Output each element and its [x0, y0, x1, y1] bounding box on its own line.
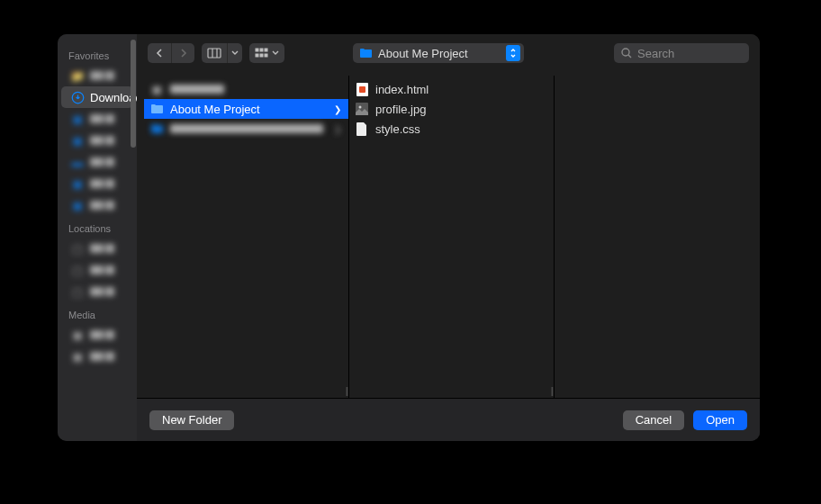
main-panel: About Me Project [137, 34, 760, 441]
list-item[interactable]: ▣ [144, 79, 348, 99]
sidebar-item-redacted[interactable]: ▢ [61, 238, 133, 259]
svg-point-12 [359, 106, 362, 109]
chevron-right-icon: ❯ [334, 124, 341, 134]
open-button[interactable]: Open [693, 410, 747, 430]
svg-rect-10 [359, 86, 365, 93]
list-item[interactable]: index.html [349, 79, 554, 99]
sidebar-item-redacted[interactable]: ▣ [61, 108, 133, 130]
sidebar-item-redacted[interactable]: ▢ [61, 259, 133, 281]
list-item[interactable]: style.css [349, 119, 554, 139]
media-icon: ▣ [70, 349, 85, 364]
svg-rect-5 [256, 54, 258, 57]
search-icon [621, 48, 632, 58]
drive-icon: ▢ [70, 284, 85, 299]
sidebar-item-redacted[interactable]: ▣ [61, 130, 133, 151]
toolbar: About Me Project [137, 34, 760, 72]
view-columns-button[interactable] [202, 43, 227, 63]
svg-rect-4 [265, 49, 267, 51]
column-3 [555, 76, 760, 398]
sidebar: Favorites 📁 Downloads ▣ ▣ [58, 34, 137, 441]
search-field[interactable] [614, 43, 749, 63]
folder-icon: ▣ [70, 133, 85, 148]
path-popup[interactable]: About Me Project [353, 43, 524, 63]
popup-arrows-icon [506, 45, 520, 61]
svg-rect-1 [208, 49, 221, 58]
svg-rect-7 [265, 54, 267, 57]
list-item[interactable]: profile.jpg [349, 99, 554, 119]
view-dropdown-button[interactable] [227, 43, 242, 63]
path-label: About Me Project [378, 47, 468, 60]
open-file-dialog: Favorites 📁 Downloads ▣ ▣ [58, 34, 760, 441]
folder-icon: ▣ [149, 82, 164, 96]
sidebar-item-redacted[interactable]: ▬ [61, 151, 133, 173]
downloads-icon [70, 90, 85, 104]
new-folder-button[interactable]: New Folder [149, 410, 234, 430]
column-resize-handle[interactable]: || [346, 386, 347, 396]
folder-icon: ▬ [70, 155, 85, 169]
svg-point-8 [622, 49, 629, 56]
media-icon: ▣ [70, 328, 85, 342]
folder-icon: ▣ [70, 112, 85, 126]
column-1: ▣ About Me Project ❯ [144, 76, 349, 398]
column-resize-handle[interactable]: || [551, 386, 552, 396]
column-browser: ▣ About Me Project ❯ [137, 72, 760, 398]
folder-icon [149, 122, 164, 136]
item-label: About Me Project [170, 103, 260, 116]
view-mode-buttons [202, 43, 242, 63]
sidebar-item-redacted[interactable]: ▢ [61, 281, 133, 302]
dialog-body: Favorites 📁 Downloads ▣ ▣ [58, 34, 760, 441]
folder-icon: 📁 [70, 68, 85, 83]
folder-icon [149, 102, 164, 116]
dialog-footer: New Folder Cancel Open [137, 398, 760, 441]
image-file-icon [355, 102, 369, 116]
column-2: index.html profile.jpg style.css [349, 76, 555, 398]
sidebar-item-redacted[interactable]: ▣ [61, 346, 133, 367]
item-label: profile.jpg [375, 103, 426, 116]
list-item[interactable]: ❯ [144, 119, 348, 139]
sidebar-item-redacted[interactable]: 📁 [61, 65, 133, 86]
sidebar-item-redacted[interactable]: ▣ [61, 194, 133, 216]
folder-icon: ▣ [70, 198, 85, 212]
sidebar-item-redacted[interactable]: ▣ [61, 324, 133, 346]
svg-rect-2 [256, 49, 258, 51]
nav-buttons [148, 43, 194, 63]
svg-rect-3 [260, 49, 263, 51]
chevron-right-icon: ❯ [334, 104, 341, 114]
svg-rect-6 [260, 54, 263, 57]
cancel-button[interactable]: Cancel [623, 410, 684, 430]
forward-button[interactable] [171, 43, 194, 63]
item-label: style.css [375, 122, 420, 136]
folder-icon [358, 46, 373, 60]
sidebar-section-locations: Locations [58, 216, 137, 238]
drive-icon: ▢ [70, 263, 85, 277]
css-file-icon [355, 122, 369, 136]
sidebar-item-redacted[interactable]: ▣ [61, 173, 133, 194]
list-item-selected[interactable]: About Me Project ❯ [144, 99, 348, 119]
drive-icon: ▢ [70, 241, 85, 256]
html-file-icon [355, 82, 369, 96]
item-label: index.html [375, 83, 429, 96]
group-button[interactable] [249, 43, 284, 63]
sidebar-section-favorites: Favorites [58, 43, 137, 65]
search-input[interactable] [637, 47, 760, 60]
sidebar-section-media: Media [58, 302, 137, 324]
back-button[interactable] [148, 43, 171, 63]
sidebar-item-downloads[interactable]: Downloads [61, 86, 133, 108]
folder-icon: ▣ [70, 176, 85, 191]
